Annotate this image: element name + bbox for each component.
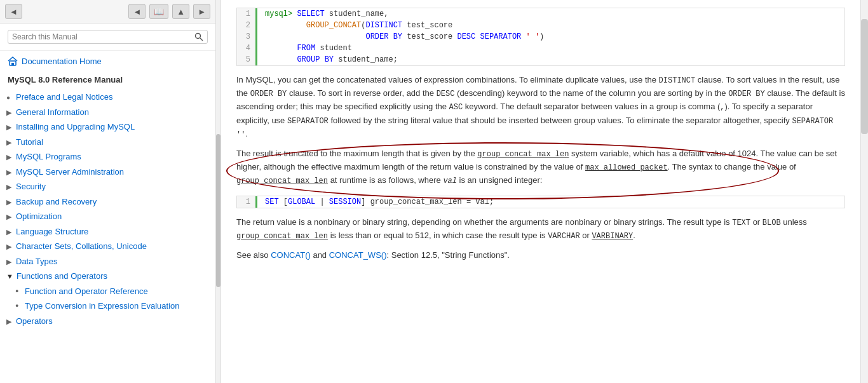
paragraph-3: The return value is a nonbinary or binar… — [236, 216, 845, 243]
line-number: 2 — [237, 20, 257, 31]
datatypes-link[interactable]: Data Types — [16, 255, 58, 268]
sidebar-toolbar: ◄ ◄ 📖 ▲ ► — [0, 0, 215, 24]
line-content: FROM student — [257, 43, 360, 54]
paragraph-4: See also CONCAT() and CONCAT_WS(): Secti… — [236, 249, 845, 262]
nav-forward-button[interactable]: ► — [193, 4, 210, 19]
inline-code-comma: , — [720, 103, 724, 112]
inline-code-text: TEXT — [732, 218, 750, 227]
sidebar-item-datatypes[interactable]: ▶ Data Types — [0, 254, 215, 269]
nav-book-button[interactable]: 📖 — [149, 4, 168, 19]
concat-ws-link[interactable]: CONCAT_WS() — [329, 250, 387, 260]
sidebar-item-tutorial[interactable]: ▶ Tutorial — [0, 135, 215, 150]
code-block-2: 1 SET [GLOBAL | SESSION] group_concat_ma… — [236, 196, 845, 208]
arrow-icon: ▶ — [6, 212, 13, 222]
line-content: mysql> SELECT student_name, — [257, 8, 396, 20]
sidebar-item-optimization[interactable]: ▶ Optimization — [0, 209, 215, 224]
var-varbinary: VARBINARY — [592, 232, 633, 241]
sidebar-item-operators[interactable]: ▶ Operators — [0, 314, 215, 329]
bullet-icon: ● — [6, 93, 13, 102]
installing-link[interactable]: Installing and Upgrading MySQL — [16, 121, 135, 133]
general-link[interactable]: General Information — [16, 106, 89, 119]
inline-code-asc: ASC — [449, 103, 463, 112]
line-content: GROUP BY student_name; — [257, 54, 405, 65]
main-scroll-thumb — [861, 19, 868, 134]
security-link[interactable]: Security — [16, 180, 46, 193]
var-group-concat-max-len-2: group_concat_max_len — [236, 177, 328, 185]
var-group-concat-max-len: group_concat_max_len — [477, 150, 569, 159]
code-line: 1 mysql> SELECT student_name, — [237, 8, 844, 20]
sidebar-item-charsets[interactable]: ▶ Character Sets, Collations, Unicode — [0, 239, 215, 254]
arrow-icon: ▶ — [6, 152, 13, 163]
paragraph-1: In MySQL, you can get the concatenated v… — [236, 74, 845, 141]
arrow-icon: ▶ — [6, 122, 13, 133]
inline-code-orderby2: ORDER BY — [728, 90, 765, 98]
code-line: 3 ORDER BY test_score DESC SEPARATOR ' '… — [237, 31, 844, 43]
backup-link[interactable]: Backup and Recovery — [16, 196, 97, 208]
line-number: 1 — [237, 8, 257, 20]
line-content: GROUP_CONCAT(DISTINCT test_score — [257, 20, 460, 31]
concat-link[interactable]: CONCAT() — [271, 250, 311, 260]
inline-code-blob: BLOB — [763, 218, 781, 227]
inline-code-orderby: ORDER BY — [250, 90, 287, 98]
inline-code-varchar: VARCHAR — [548, 232, 580, 241]
sidebar-item-security[interactable]: ▶ Security — [0, 179, 215, 194]
func-ref-link[interactable]: Function and Operator Reference — [25, 285, 148, 298]
var-group-concat-max-len-3: group_concat_max_len — [236, 232, 328, 241]
arrow-icon: ▶ — [6, 137, 13, 148]
sidebar-item-general[interactable]: ▶ General Information — [0, 105, 215, 120]
functions-link[interactable]: Functions and Operators — [17, 270, 107, 283]
code-block-1: 1 mysql> SELECT student_name, 2 GROUP_CO… — [236, 8, 845, 66]
charsets-link[interactable]: Character Sets, Collations, Unicode — [16, 240, 147, 253]
arrow-icon: ▶ — [6, 316, 13, 327]
line-content: ORDER BY test_score DESC SEPARATOR ' ') — [257, 31, 552, 43]
arrow-icon: ▶ — [6, 167, 13, 178]
code-line: 1 SET [GLOBAL | SESSION] group_concat_ma… — [237, 196, 844, 208]
doc-home-link[interactable]: Documentation Home — [0, 51, 215, 71]
main-scrollbar[interactable] — [860, 0, 868, 383]
sidebar-scroll-thumb — [216, 134, 220, 287]
sub-bullet-icon: ● — [15, 287, 22, 296]
sidebar-item-functions[interactable]: ▼ Functions and Operators — [0, 269, 215, 284]
arrow-icon: ▶ — [6, 227, 13, 238]
inline-code-distinct: DISTINCT — [659, 76, 696, 85]
sidebar-item-preface[interactable]: ● Preface and Legal Notices — [0, 90, 215, 105]
arrow-icon: ▶ — [6, 241, 13, 252]
sidebar-scrollbar[interactable] — [216, 0, 221, 383]
preface-link[interactable]: Preface and Legal Notices — [16, 91, 112, 104]
tutorial-link[interactable]: Tutorial — [16, 136, 43, 149]
sidebar-item-installing[interactable]: ▶ Installing and Upgrading MySQL — [0, 119, 215, 135]
sidebar-item-func-ref[interactable]: ● Function and Operator Reference — [0, 284, 215, 299]
optimization-link[interactable]: Optimization — [16, 210, 62, 223]
arrow-icon: ▶ — [6, 257, 13, 267]
home-icon — [8, 56, 18, 66]
arrow-icon: ▶ — [6, 182, 13, 192]
sub-bullet-icon: ● — [15, 302, 22, 311]
sidebar-item-language[interactable]: ▶ Language Structure — [0, 224, 215, 239]
inline-code-val: val — [443, 177, 457, 185]
sidebar-close-button[interactable]: ◄ — [5, 4, 22, 19]
search-button[interactable] — [194, 32, 203, 41]
sidebar-item-type-conv[interactable]: ● Type Conversion in Expression Evaluati… — [0, 299, 215, 314]
arrow-icon: ▶ — [6, 197, 13, 208]
sidebar: ◄ ◄ 📖 ▲ ► Documentation Home MySQL 8.0 R… — [0, 0, 216, 383]
main-content: 1 mysql> SELECT student_name, 2 GROUP_CO… — [221, 0, 860, 383]
search-area — [0, 24, 215, 51]
nav-back-button[interactable]: ◄ — [128, 4, 146, 19]
language-link[interactable]: Language Structure — [16, 225, 88, 238]
search-input[interactable] — [12, 32, 192, 41]
search-icon — [194, 32, 203, 41]
programs-link[interactable]: MySQL Programs — [16, 151, 81, 163]
paragraph-2: The result is truncated to the maximum l… — [236, 147, 845, 188]
manual-title: MySQL 8.0 Reference Manual — [0, 71, 215, 87]
search-box — [8, 30, 208, 44]
server-admin-link[interactable]: MySQL Server Administration — [16, 166, 124, 178]
nav-up-button[interactable]: ▲ — [172, 4, 189, 19]
type-conv-link[interactable]: Type Conversion in Expression Evaluation — [25, 300, 180, 312]
sidebar-item-server-admin[interactable]: ▶ MySQL Server Administration — [0, 165, 215, 180]
sidebar-item-backup[interactable]: ▶ Backup and Recovery — [0, 194, 215, 210]
sidebar-item-programs[interactable]: ▶ MySQL Programs — [0, 149, 215, 165]
operators-link[interactable]: Operators — [16, 315, 53, 328]
line-number: 3 — [237, 31, 257, 43]
line-number: 1 — [237, 196, 257, 208]
arrow-icon: ▶ — [6, 107, 13, 118]
